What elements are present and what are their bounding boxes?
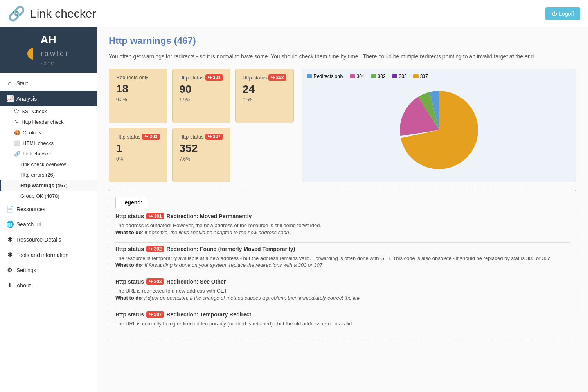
logo-crawler-text: rawler [41, 50, 69, 58]
sidebar-item-link-check-overview-label: Link check overview [20, 161, 66, 167]
info-badge-303: ↪ 303 [146, 278, 164, 285]
stat-cards-grid: Redirects only 18 0.3% Http status ↪ 301… [109, 69, 294, 182]
asterisk-icon: ✱ [6, 236, 13, 243]
legend-item-301: 301 [350, 74, 365, 79]
logo-ah: AH [6, 34, 90, 46]
sidebar: AH rawler v0.111 ⌂ Start 📈 Analysis [0, 27, 97, 392]
info-block-303-desc: The URL is redirected to a new address w… [115, 287, 570, 295]
stat-value-redirects: 18 [116, 83, 160, 95]
pie-chart [388, 83, 490, 177]
link-icon: 🔗 [14, 151, 20, 157]
sidebar-item-ressources[interactable]: 📄 Ressources [0, 201, 97, 217]
info-block-301-action: What to do: If possible, the links shoul… [115, 229, 570, 235]
info-block-302-title: Http status ↪ 302 Redirection: Found (fo… [115, 246, 570, 252]
info-block-303: Http status ↪ 303 Redirection: See Other… [115, 278, 570, 301]
logoff-button[interactable]: ⏻ Logoff [545, 7, 580, 20]
info-block-303-title: Http status ↪ 303 Redirection: See Other [115, 278, 570, 285]
settings-icon: ⚙ [6, 266, 13, 274]
stats-and-chart: Redirects only 18 0.3% Http status ↪ 301… [109, 69, 576, 182]
header: 🔗 Link checker ⏻ Logoff [0, 0, 588, 27]
stat-value-303: 1 [116, 142, 160, 155]
sidebar-item-http-warnings-label: Http warnings (467) [20, 182, 68, 188]
sidebar-item-settings[interactable]: ⚙ Settings [0, 262, 97, 278]
divider-1 [115, 242, 570, 243]
info-block-301: Http status ↪ 301 Redirection: Moved Per… [115, 213, 570, 235]
sidebar-item-html-checks-label: HTML checks [23, 140, 54, 146]
chart-legend: Redirects only 301 302 303 [307, 74, 572, 79]
stat-card-303: Http status ↪ 303 1 0% [109, 128, 167, 182]
sidebar-item-ssl-check[interactable]: 🛡 SSL Check [0, 106, 97, 117]
legend-dot-302 [371, 74, 376, 78]
legend-item-303: 303 [392, 74, 407, 79]
sidebar-item-search-url[interactable]: 🌐 Search url [0, 217, 97, 232]
info-block-302-desc: The resource is temporarily available at… [115, 255, 570, 262]
info-icon: ℹ [6, 282, 13, 289]
sidebar-item-tools[interactable]: ✱ Tools and information [0, 247, 97, 262]
legend-section: Legend: Http status ↪ 301 Redirection: M… [109, 190, 576, 341]
sidebar-logo: AH rawler v0.111 [0, 27, 97, 73]
html-icon: ⬜ [14, 140, 20, 146]
flag-icon: 🏳 [14, 119, 19, 125]
info-block-303-action: What to do: Adjust on occasion. If the c… [115, 295, 570, 301]
status-badge-302: ↪ 302 [268, 74, 286, 81]
status-badge-307: ↪ 307 [205, 134, 223, 140]
stat-card-307: Http status ↪ 307 352 7.6% [172, 128, 231, 182]
tools-icon: ✱ [6, 251, 13, 258]
info-block-301-desc: The address is outdated! However, the ne… [115, 222, 570, 229]
legend-item-307: 307 [413, 74, 428, 79]
stat-percent-307: 7.6% [180, 156, 223, 162]
pacman-icon [27, 48, 39, 60]
sidebar-item-html-checks[interactable]: ⬜ HTML checks [0, 138, 97, 148]
page-header-title: Link checker [30, 7, 96, 20]
chart-svg-area [307, 83, 572, 177]
info-block-307: Http status ↪ 307 Redirection: Temporary… [115, 311, 570, 328]
sidebar-item-http-errors[interactable]: Http errors (26) [0, 170, 97, 180]
sidebar-item-cookies-label: Cookies [23, 130, 41, 135]
sidebar-item-http-header[interactable]: 🏳 Http Header check [0, 117, 97, 127]
sidebar-item-settings-label: Settings [16, 267, 36, 273]
main-layout: AH rawler v0.111 ⌂ Start 📈 Analysis [0, 27, 588, 392]
link-checker-icon: 🔗 [8, 5, 25, 22]
legend-item-redirects: Redirects only [307, 74, 343, 79]
stat-card-302: Http status ↪ 302 24 0.5% [235, 69, 294, 123]
stat-card-301: Http status ↪ 301 90 1.9% [172, 69, 231, 123]
legend-dot-301 [350, 74, 355, 78]
sidebar-item-ressources-label: Ressources [16, 206, 45, 212]
sidebar-item-start[interactable]: ⌂ Start [0, 76, 97, 91]
content-title: Http warnings (467) [109, 35, 576, 46]
stat-label-redirects: Redirects only [116, 74, 160, 80]
stat-percent-301: 1.9% [180, 97, 223, 103]
info-block-302: Http status ↪ 302 Redirection: Found (fo… [115, 246, 570, 268]
info-block-307-desc: The URL is currently being redirected te… [115, 320, 570, 328]
sidebar-item-about-label: About ... [16, 282, 37, 289]
stat-percent-redirects: 0.3% [116, 97, 160, 102]
globe-icon: 🌐 [6, 220, 13, 228]
sidebar-item-start-label: Start [16, 80, 28, 87]
header-left: 🔗 Link checker [8, 5, 96, 22]
sidebar-item-analysis[interactable]: 📈 Analysis [0, 91, 97, 106]
sidebar-item-http-warnings[interactable]: Http warnings (467) [0, 180, 97, 191]
sidebar-item-group-ok[interactable]: Group OK (4078) [0, 191, 97, 201]
info-block-302-action: What to do: If forwarding is done on you… [115, 262, 570, 268]
sidebar-item-cookies[interactable]: 🍪 Cookies [0, 127, 97, 138]
legend-tab: Legend: [115, 197, 148, 208]
stat-value-307: 352 [180, 142, 223, 155]
sidebar-item-about[interactable]: ℹ About ... [0, 278, 97, 293]
chart-icon: 📈 [6, 95, 13, 102]
doc-icon: 📄 [6, 205, 13, 213]
sidebar-item-link-checker[interactable]: 🔗 Link checker [0, 148, 97, 159]
legend-dot-307 [413, 74, 419, 78]
cookie-icon: 🍪 [14, 130, 20, 135]
sidebar-item-ressource-details-label: Ressource-Details [16, 237, 61, 243]
info-badge-307: ↪ 307 [146, 311, 164, 318]
sidebar-item-search-url-label: Search url [16, 221, 41, 228]
stat-label-301: Http status ↪ 301 [180, 74, 223, 81]
sidebar-item-ssl-label: SSL Check [22, 108, 47, 114]
content-description: You often get warnings for redirects - s… [109, 52, 576, 61]
sidebar-nav: ⌂ Start 📈 Analysis 🛡 SSL Check 🏳 Http He… [0, 73, 97, 296]
stat-percent-302: 0.5% [243, 97, 286, 103]
sidebar-item-link-check-overview[interactable]: Link check overview [0, 159, 97, 170]
sidebar-item-ressource-details[interactable]: ✱ Ressource-Details [0, 232, 97, 247]
sidebar-item-http-header-label: Http Header check [22, 119, 64, 125]
logo-version: v0.111 [6, 61, 90, 67]
